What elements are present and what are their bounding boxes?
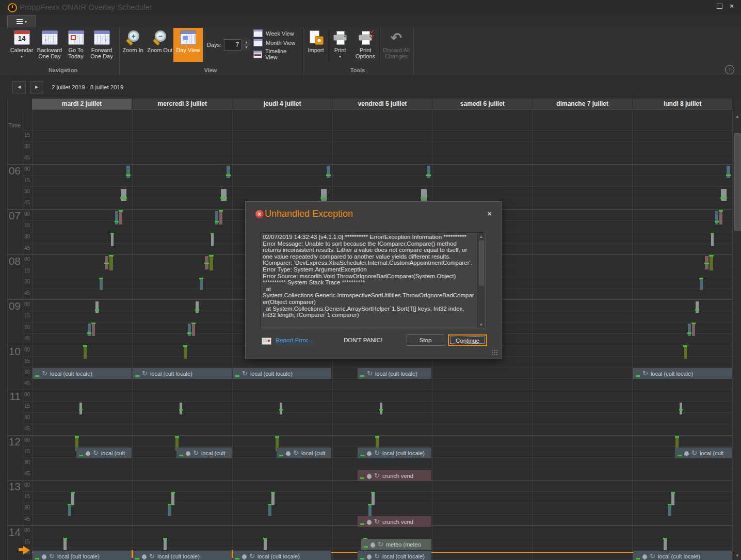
maximize-button[interactable] <box>714 2 724 11</box>
log-scroll-thumb[interactable] <box>479 241 484 285</box>
dialog-close-button[interactable]: × <box>487 209 492 218</box>
day-header-1[interactable]: mercredi 3 juillet <box>133 99 232 110</box>
calendar-button[interactable]: 14 Calendar ▾ <box>8 28 35 62</box>
appointment[interactable]: ↻local (cult locale) <box>133 551 232 560</box>
mini-appointment-bar[interactable] <box>221 189 227 201</box>
appointment[interactable]: ↻meteo (meteo <box>361 539 431 550</box>
mini-appointment-bar[interactable] <box>184 346 187 359</box>
appointment[interactable]: ↻local (cult locale) <box>33 368 132 379</box>
mini-appointment-bar[interactable] <box>227 166 230 178</box>
vertical-scrollbar[interactable]: ▲ ▼ <box>733 99 741 560</box>
mini-appointment-bar[interactable] <box>327 166 330 178</box>
stop-button[interactable]: Stop <box>407 334 444 346</box>
mini-appointment-bar[interactable] <box>88 324 91 336</box>
zoom-out-button[interactable]: − Zoom Out <box>146 28 173 62</box>
appointment[interactable]: ↻local (cult <box>277 447 331 458</box>
mini-appointment-bar[interactable] <box>715 211 718 225</box>
mini-appointment-bar[interactable] <box>692 324 695 336</box>
scrollbar-down-icon[interactable]: ▼ <box>733 553 741 558</box>
mini-appointment-bar[interactable] <box>188 324 191 336</box>
mini-appointment-bar[interactable] <box>192 324 195 336</box>
mini-appointment-bar[interactable] <box>200 279 203 290</box>
appointment[interactable]: ↻local (cult locale) <box>233 368 331 379</box>
spin-down-icon[interactable]: ▼ <box>243 45 250 50</box>
mini-appointment-bar[interactable] <box>719 211 722 225</box>
mini-appointment-bar[interactable] <box>700 279 703 290</box>
discard-all-changes-button[interactable]: ↶ Discard All Changes <box>380 28 413 62</box>
mini-appointment-bar[interactable] <box>109 256 113 270</box>
scrollbar-thumb[interactable] <box>734 133 741 231</box>
mini-appointment-bar[interactable] <box>684 346 687 359</box>
mini-appointment-bar[interactable] <box>721 189 727 201</box>
collapse-ribbon-button[interactable]: ↑ <box>725 65 734 74</box>
mini-appointment-bar[interactable] <box>696 301 699 313</box>
mini-appointment-bar[interactable] <box>727 166 730 178</box>
next-period-button[interactable]: ▶ <box>30 81 43 93</box>
mini-appointment-bar[interactable] <box>215 211 218 225</box>
spin-up-icon[interactable]: ▲ <box>243 40 250 45</box>
mini-appointment-bar[interactable] <box>111 234 114 246</box>
appointment[interactable]: ↻local (cult locale) <box>633 368 732 379</box>
appointment[interactable]: ↻crunch vend <box>358 516 431 527</box>
day-header-3[interactable]: vendredi 5 juillet <box>333 99 432 110</box>
mini-appointment-bar[interactable] <box>427 166 430 178</box>
previous-period-button[interactable]: ◀ <box>12 81 26 93</box>
mini-appointment-bar[interactable] <box>121 189 126 201</box>
appointment[interactable]: ↻local (cult locale) <box>633 551 732 560</box>
day-header-2[interactable]: jeudi 4 juillet <box>233 99 332 110</box>
mini-appointment-bar[interactable] <box>210 256 213 270</box>
mini-appointment-bar[interactable] <box>664 539 667 550</box>
days-input[interactable]: 7 <box>224 39 241 51</box>
day-header-0[interactable]: mardi 2 juillet <box>32 99 132 110</box>
mini-appointment-bar[interactable] <box>711 234 714 246</box>
day-header-4[interactable]: samedi 6 juillet <box>432 99 532 110</box>
mini-appointment-bar[interactable] <box>196 301 199 313</box>
week-view-button[interactable]: Week View <box>253 29 298 37</box>
appointment[interactable]: ↻local (cult locale) <box>233 551 331 560</box>
go-to-today-button[interactable]: Go To Today <box>64 28 88 62</box>
appointment[interactable]: ↻local (cult locale) <box>358 551 431 560</box>
mini-appointment-bar[interactable] <box>84 346 87 359</box>
mini-appointment-bar[interactable] <box>219 211 222 225</box>
mini-appointment-bar[interactable] <box>710 256 713 270</box>
mini-appointment-bar[interactable] <box>68 505 71 516</box>
mini-appointment-bar[interactable] <box>268 505 271 516</box>
print-options-button[interactable]: ✓✓ Print Options <box>351 28 380 62</box>
appointment[interactable]: ↻local (cult locale) <box>33 551 132 560</box>
window-close-button[interactable]: × <box>727 2 737 11</box>
backward-one-day-button[interactable]: ← Backward One Day <box>35 28 64 62</box>
mini-appointment-bar[interactable] <box>168 505 171 516</box>
zoom-in-button[interactable]: + Zoom In <box>120 28 146 62</box>
day-view-button[interactable]: Day View <box>173 28 203 62</box>
log-scroll-down-icon[interactable]: ▼ <box>478 323 485 327</box>
mini-appointment-bar[interactable] <box>368 505 372 516</box>
print-button[interactable]: Print ▾ <box>329 28 351 62</box>
mini-appointment-bar[interactable] <box>264 539 267 550</box>
forward-one-day-button[interactable]: → Forward One Day <box>88 28 116 62</box>
mini-appointment-bar[interactable] <box>115 211 118 225</box>
mini-appointment-bar[interactable] <box>126 166 130 178</box>
day-header-5[interactable]: dimanche 7 juillet <box>533 99 632 110</box>
mini-appointment-bar[interactable] <box>668 505 671 516</box>
import-button[interactable]: Import <box>303 28 329 62</box>
appointment[interactable]: ↻local (cult locale) <box>133 368 232 379</box>
continue-button[interactable]: Continue <box>448 334 487 346</box>
mini-appointment-bar[interactable] <box>211 234 214 246</box>
appointment[interactable]: ↻crunch vend <box>358 470 431 481</box>
mini-appointment-bar[interactable] <box>119 211 122 225</box>
mini-appointment-bar[interactable] <box>95 301 99 313</box>
mini-appointment-bar[interactable] <box>688 324 691 336</box>
month-view-button[interactable]: Month View <box>253 39 298 46</box>
resize-grip[interactable] <box>492 349 498 356</box>
appointment[interactable]: ↻local (cult <box>76 447 132 458</box>
mini-appointment-bar[interactable] <box>100 279 103 290</box>
exception-log-box[interactable]: 02/07/2019 14:32:43 [v4.1.1.0]:*********… <box>260 232 486 329</box>
appointment[interactable]: ↻local (cult <box>176 447 232 458</box>
appointment[interactable]: ↻local (cult locale) <box>358 447 431 458</box>
day-header-6[interactable]: lundi 8 juillet <box>633 99 732 110</box>
scrollbar-up-icon[interactable]: ▲ <box>733 114 741 119</box>
mini-appointment-bar[interactable] <box>321 189 327 201</box>
log-scrollbar[interactable]: ▲ ▼ <box>477 233 485 328</box>
mini-appointment-bar[interactable] <box>421 189 427 201</box>
appointment[interactable]: ↻local (cult locale) <box>358 368 431 379</box>
